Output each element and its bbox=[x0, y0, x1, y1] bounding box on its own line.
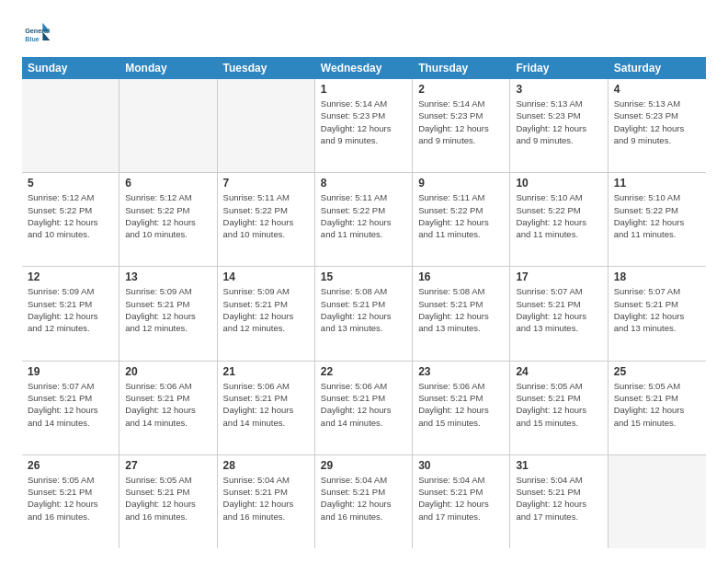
day-info: Sunrise: 5:09 AMSunset: 5:21 PMDaylight:… bbox=[125, 285, 210, 334]
day-number: 5 bbox=[28, 177, 113, 190]
svg-text:Blue: Blue bbox=[25, 35, 40, 43]
svg-text:General: General bbox=[25, 27, 50, 35]
day-number: 3 bbox=[516, 83, 601, 96]
day-info: Sunrise: 5:04 AMSunset: 5:21 PMDaylight:… bbox=[321, 474, 406, 523]
day-info: Sunrise: 5:11 AMSunset: 5:22 PMDaylight:… bbox=[223, 191, 309, 240]
day-number: 7 bbox=[223, 177, 309, 190]
day-number: 10 bbox=[516, 177, 601, 190]
day-number: 6 bbox=[125, 177, 210, 190]
calendar-cell: 8Sunrise: 5:11 AMSunset: 5:22 PMDaylight… bbox=[315, 173, 413, 266]
calendar-cell bbox=[609, 455, 706, 548]
calendar-cell: 15Sunrise: 5:08 AMSunset: 5:21 PMDayligh… bbox=[315, 267, 413, 360]
day-number: 14 bbox=[223, 270, 309, 283]
day-info: Sunrise: 5:14 AMSunset: 5:23 PMDaylight:… bbox=[418, 98, 504, 146]
calendar-cell: 19Sunrise: 5:07 AMSunset: 5:21 PMDayligh… bbox=[22, 362, 119, 454]
weekday-header: Thursday bbox=[413, 57, 510, 79]
day-info: Sunrise: 5:12 AMSunset: 5:22 PMDaylight:… bbox=[125, 191, 210, 240]
day-info: Sunrise: 5:07 AMSunset: 5:21 PMDaylight:… bbox=[614, 285, 700, 334]
calendar: SundayMondayTuesdayWednesdayThursdayFrid… bbox=[22, 57, 706, 548]
day-info: Sunrise: 5:08 AMSunset: 5:21 PMDaylight:… bbox=[321, 285, 406, 334]
calendar-body: 1Sunrise: 5:14 AMSunset: 5:23 PMDaylight… bbox=[22, 79, 706, 548]
day-info: Sunrise: 5:11 AMSunset: 5:22 PMDaylight:… bbox=[321, 191, 406, 240]
calendar-cell: 25Sunrise: 5:05 AMSunset: 5:21 PMDayligh… bbox=[609, 362, 706, 454]
day-number: 17 bbox=[516, 270, 601, 283]
day-number: 18 bbox=[614, 270, 700, 283]
day-number: 26 bbox=[28, 459, 113, 472]
calendar-cell: 24Sunrise: 5:05 AMSunset: 5:21 PMDayligh… bbox=[510, 362, 608, 454]
calendar-cell: 30Sunrise: 5:04 AMSunset: 5:21 PMDayligh… bbox=[413, 455, 510, 548]
calendar-cell: 14Sunrise: 5:09 AMSunset: 5:21 PMDayligh… bbox=[218, 267, 315, 360]
calendar-cell: 12Sunrise: 5:09 AMSunset: 5:21 PMDayligh… bbox=[22, 267, 119, 360]
day-info: Sunrise: 5:04 AMSunset: 5:21 PMDaylight:… bbox=[516, 474, 601, 523]
day-number: 25 bbox=[614, 365, 700, 378]
calendar-header: SundayMondayTuesdayWednesdayThursdayFrid… bbox=[22, 57, 706, 79]
day-number: 19 bbox=[28, 365, 113, 378]
weekday-header: Tuesday bbox=[218, 57, 315, 79]
weekday-header: Monday bbox=[119, 57, 217, 79]
day-info: Sunrise: 5:10 AMSunset: 5:22 PMDaylight:… bbox=[516, 191, 601, 240]
calendar-cell: 9Sunrise: 5:11 AMSunset: 5:22 PMDaylight… bbox=[413, 173, 510, 266]
calendar-cell: 6Sunrise: 5:12 AMSunset: 5:22 PMDaylight… bbox=[119, 173, 217, 266]
calendar-cell: 3Sunrise: 5:13 AMSunset: 5:23 PMDaylight… bbox=[510, 79, 608, 172]
day-info: Sunrise: 5:04 AMSunset: 5:21 PMDaylight:… bbox=[223, 474, 309, 523]
logo: General Blue bbox=[22, 18, 55, 48]
day-number: 1 bbox=[321, 83, 406, 96]
day-info: Sunrise: 5:06 AMSunset: 5:21 PMDaylight:… bbox=[223, 380, 309, 429]
day-number: 8 bbox=[321, 177, 406, 190]
calendar-row: 1Sunrise: 5:14 AMSunset: 5:23 PMDaylight… bbox=[22, 79, 706, 173]
day-number: 9 bbox=[418, 177, 504, 190]
calendar-cell: 21Sunrise: 5:06 AMSunset: 5:21 PMDayligh… bbox=[218, 362, 315, 454]
day-info: Sunrise: 5:07 AMSunset: 5:21 PMDaylight:… bbox=[28, 380, 113, 429]
calendar-row: 19Sunrise: 5:07 AMSunset: 5:21 PMDayligh… bbox=[22, 362, 706, 455]
day-info: Sunrise: 5:05 AMSunset: 5:21 PMDaylight:… bbox=[516, 380, 601, 429]
day-info: Sunrise: 5:11 AMSunset: 5:22 PMDaylight:… bbox=[418, 191, 504, 240]
calendar-cell: 31Sunrise: 5:04 AMSunset: 5:21 PMDayligh… bbox=[510, 455, 608, 548]
day-info: Sunrise: 5:08 AMSunset: 5:21 PMDaylight:… bbox=[418, 285, 504, 334]
day-info: Sunrise: 5:05 AMSunset: 5:21 PMDaylight:… bbox=[614, 380, 700, 429]
calendar-cell: 4Sunrise: 5:13 AMSunset: 5:23 PMDaylight… bbox=[609, 79, 706, 172]
calendar-cell: 23Sunrise: 5:06 AMSunset: 5:21 PMDayligh… bbox=[413, 362, 510, 454]
day-info: Sunrise: 5:04 AMSunset: 5:21 PMDaylight:… bbox=[418, 474, 504, 523]
weekday-header: Wednesday bbox=[315, 57, 413, 79]
day-number: 12 bbox=[28, 270, 113, 283]
day-number: 29 bbox=[321, 459, 406, 472]
calendar-cell: 5Sunrise: 5:12 AMSunset: 5:22 PMDaylight… bbox=[22, 173, 119, 266]
day-info: Sunrise: 5:10 AMSunset: 5:22 PMDaylight:… bbox=[614, 191, 700, 240]
day-number: 2 bbox=[418, 83, 504, 96]
day-info: Sunrise: 5:05 AMSunset: 5:21 PMDaylight:… bbox=[125, 474, 210, 523]
day-number: 20 bbox=[125, 365, 210, 378]
calendar-cell: 18Sunrise: 5:07 AMSunset: 5:21 PMDayligh… bbox=[609, 267, 706, 360]
day-number: 22 bbox=[321, 365, 406, 378]
day-info: Sunrise: 5:14 AMSunset: 5:23 PMDaylight:… bbox=[321, 98, 406, 146]
day-number: 15 bbox=[321, 270, 406, 283]
day-number: 13 bbox=[125, 270, 210, 283]
day-number: 4 bbox=[614, 83, 700, 96]
calendar-cell: 20Sunrise: 5:06 AMSunset: 5:21 PMDayligh… bbox=[119, 362, 217, 454]
calendar-cell: 17Sunrise: 5:07 AMSunset: 5:21 PMDayligh… bbox=[510, 267, 608, 360]
day-info: Sunrise: 5:13 AMSunset: 5:23 PMDaylight:… bbox=[516, 98, 601, 146]
calendar-cell: 22Sunrise: 5:06 AMSunset: 5:21 PMDayligh… bbox=[315, 362, 413, 454]
header: General Blue bbox=[22, 18, 706, 48]
weekday-header: Friday bbox=[510, 57, 608, 79]
calendar-row: 26Sunrise: 5:05 AMSunset: 5:21 PMDayligh… bbox=[22, 455, 706, 548]
calendar-cell: 11Sunrise: 5:10 AMSunset: 5:22 PMDayligh… bbox=[609, 173, 706, 266]
day-info: Sunrise: 5:07 AMSunset: 5:21 PMDaylight:… bbox=[516, 285, 601, 334]
calendar-cell: 27Sunrise: 5:05 AMSunset: 5:21 PMDayligh… bbox=[119, 455, 217, 548]
calendar-cell: 28Sunrise: 5:04 AMSunset: 5:21 PMDayligh… bbox=[218, 455, 315, 548]
calendar-cell bbox=[119, 79, 217, 172]
calendar-row: 12Sunrise: 5:09 AMSunset: 5:21 PMDayligh… bbox=[22, 267, 706, 361]
day-number: 31 bbox=[516, 459, 601, 472]
calendar-cell: 16Sunrise: 5:08 AMSunset: 5:21 PMDayligh… bbox=[413, 267, 510, 360]
weekday-header: Sunday bbox=[22, 57, 119, 79]
calendar-cell: 1Sunrise: 5:14 AMSunset: 5:23 PMDaylight… bbox=[315, 79, 413, 172]
day-number: 21 bbox=[223, 365, 309, 378]
logo-icon: General Blue bbox=[22, 18, 51, 48]
day-number: 16 bbox=[418, 270, 504, 283]
day-number: 27 bbox=[125, 459, 210, 472]
calendar-cell bbox=[218, 79, 315, 172]
day-info: Sunrise: 5:05 AMSunset: 5:21 PMDaylight:… bbox=[28, 474, 113, 523]
day-info: Sunrise: 5:12 AMSunset: 5:22 PMDaylight:… bbox=[28, 191, 113, 240]
day-number: 30 bbox=[418, 459, 504, 472]
day-number: 24 bbox=[516, 365, 601, 378]
calendar-cell bbox=[22, 79, 119, 172]
